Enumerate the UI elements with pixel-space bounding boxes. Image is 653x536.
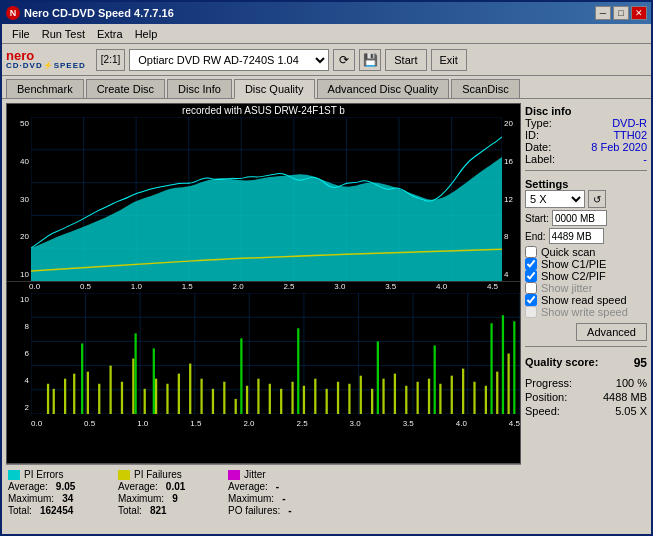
top-chart-svg — [31, 117, 502, 281]
y-left-20: 20 — [7, 232, 29, 241]
quality-score-value: 95 — [634, 356, 647, 370]
id-label: ID: — [525, 129, 539, 141]
disc-info-section: Disc info Type: DVD-R ID: TTH02 Date: 8 … — [525, 103, 647, 165]
show-c2pif-label: Show C2/PIF — [541, 270, 606, 282]
drive-select[interactable]: Optiarc DVD RW AD-7240S 1.04 — [129, 49, 329, 71]
menu-extra[interactable]: Extra — [91, 27, 129, 41]
position-label: Position: — [525, 391, 567, 403]
minimize-button[interactable]: ─ — [595, 6, 611, 20]
y-left-40: 40 — [7, 157, 29, 166]
start-button[interactable]: Start — [385, 49, 426, 71]
type-label: Type: — [525, 117, 552, 129]
pi-failures-label: PI Failures — [134, 469, 182, 480]
advanced-button[interactable]: Advanced — [576, 323, 647, 341]
pi-errors-max-val: 34 — [62, 493, 73, 504]
show-read-check[interactable] — [525, 294, 537, 306]
top-chart: 50 40 30 20 10 20 16 12 8 4 — [7, 117, 520, 282]
po-failures-val: - — [288, 505, 291, 516]
pi-errors-color — [8, 470, 20, 480]
tab-disc-quality[interactable]: Disc Quality — [234, 79, 315, 99]
y-left-30: 30 — [7, 195, 29, 204]
pi-failures-total-label: Total: — [118, 505, 142, 516]
cd-speed-brand: CD·DVD⚡SPEED — [6, 62, 86, 70]
speed-label: Speed: — [525, 405, 560, 417]
end-label: End: — [525, 231, 546, 242]
jitter-color — [228, 470, 240, 480]
date-label: Date: — [525, 141, 551, 153]
pi-errors-label: PI Errors — [24, 469, 63, 480]
legend-pi-errors: PI Errors Average: 9.05 Maximum: 34 Tota… — [8, 469, 118, 530]
quick-scan-label: Quick scan — [541, 246, 595, 258]
chart-header: recorded with ASUS DRW-24F1ST b — [7, 104, 520, 117]
maximize-button[interactable]: □ — [613, 6, 629, 20]
y2-left-2: 2 — [7, 403, 29, 412]
position-value: 4488 MB — [603, 391, 647, 403]
tab-advanced-disc-quality[interactable]: Advanced Disc Quality — [317, 79, 450, 98]
speed-select[interactable]: 5 X — [525, 190, 585, 208]
show-write-check[interactable] — [525, 306, 537, 318]
pi-errors-avg-val: 9.05 — [56, 481, 75, 492]
pi-errors-avg-label: Average: — [8, 481, 48, 492]
tab-disc-info[interactable]: Disc Info — [167, 79, 232, 98]
label-label: Label: — [525, 153, 555, 165]
show-jitter-check[interactable] — [525, 282, 537, 294]
quick-scan-check[interactable] — [525, 246, 537, 258]
exit-button[interactable]: Exit — [431, 49, 467, 71]
menu-run-test[interactable]: Run Test — [36, 27, 91, 41]
settings-title: Settings — [525, 178, 647, 190]
disc-info-title: Disc info — [525, 105, 647, 117]
toolbar: nero CD·DVD⚡SPEED [2:1] Optiarc DVD RW A… — [2, 44, 651, 76]
nero-logo: nero CD·DVD⚡SPEED — [6, 49, 86, 70]
pi-failures-color — [118, 470, 130, 480]
save-icon[interactable]: 💾 — [359, 49, 381, 71]
speed-refresh-icon[interactable]: ↺ — [588, 190, 606, 208]
y-right-20: 20 — [504, 119, 520, 128]
legend-jitter: Jitter Average: - Maximum: - PO failures… — [228, 469, 338, 530]
jitter-avg-val: - — [276, 481, 279, 492]
label-value: - — [643, 153, 647, 165]
title-bar: N Nero CD-DVD Speed 4.7.7.16 ─ □ ✕ — [2, 2, 651, 24]
menu-bar: File Run Test Extra Help — [2, 24, 651, 44]
app-icon: N — [6, 6, 20, 20]
pi-failures-avg-val: 0.01 — [166, 481, 185, 492]
y-left-10: 10 — [7, 270, 29, 279]
speed-value: 5.05 X — [615, 405, 647, 417]
tabs: Benchmark Create Disc Disc Info Disc Qua… — [2, 76, 651, 99]
show-jitter-label: Show jitter — [541, 282, 592, 294]
tab-create-disc[interactable]: Create Disc — [86, 79, 165, 98]
show-write-label: Show write speed — [541, 306, 628, 318]
refresh-icon[interactable]: ⟳ — [333, 49, 355, 71]
y-right-8: 8 — [504, 232, 520, 241]
legend-area: PI Errors Average: 9.05 Maximum: 34 Tota… — [6, 464, 521, 534]
y2-left-6: 6 — [7, 349, 29, 358]
y2-left-10: 10 — [7, 295, 29, 304]
progress-label: Progress: — [525, 377, 572, 389]
sidebar: Disc info Type: DVD-R ID: TTH02 Date: 8 … — [521, 99, 651, 534]
po-failures-label: PO failures: — [228, 505, 280, 516]
bottom-chart: 10 8 6 4 2 — [7, 293, 520, 428]
y-right-12: 12 — [504, 195, 520, 204]
tab-scandisc[interactable]: ScanDisc — [451, 79, 519, 98]
show-c1pie-check[interactable] — [525, 258, 537, 270]
quality-score-label: Quality score: — [525, 356, 598, 370]
pi-errors-max-label: Maximum: — [8, 493, 54, 504]
start-input[interactable] — [552, 210, 607, 226]
show-c2pif-check[interactable] — [525, 270, 537, 282]
y-left-50: 50 — [7, 119, 29, 128]
legend-pi-failures: PI Failures Average: 0.01 Maximum: 9 Tot… — [118, 469, 228, 530]
menu-help[interactable]: Help — [129, 27, 164, 41]
tab-benchmark[interactable]: Benchmark — [6, 79, 84, 98]
pi-failures-avg-label: Average: — [118, 481, 158, 492]
end-input[interactable] — [549, 228, 604, 244]
jitter-max-label: Maximum: — [228, 493, 274, 504]
type-value: DVD-R — [612, 117, 647, 129]
y2-left-4: 4 — [7, 376, 29, 385]
jitter-max-val: - — [282, 493, 285, 504]
pi-failures-total-val: 821 — [150, 505, 167, 516]
start-label: Start: — [525, 213, 549, 224]
menu-file[interactable]: File — [6, 27, 36, 41]
close-button[interactable]: ✕ — [631, 6, 647, 20]
x-axis-top: 0.0 0.5 1.0 1.5 2.0 2.5 3.0 3.5 4.0 4.5 — [7, 282, 520, 293]
show-c1pie-label: Show C1/PIE — [541, 258, 606, 270]
y2-left-8: 8 — [7, 322, 29, 331]
